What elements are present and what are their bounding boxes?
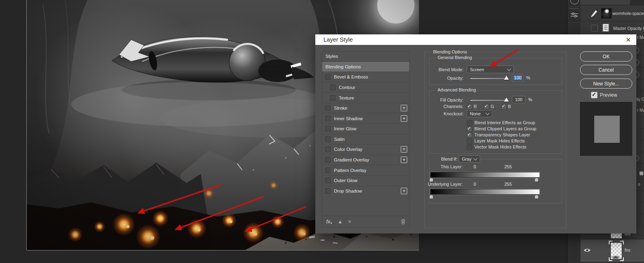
delete-effect-icon[interactable] — [400, 218, 406, 225]
dialog-titlebar[interactable]: Layer Style × — [315, 34, 636, 45]
style-item-styles[interactable]: Styles — [322, 51, 409, 62]
channel-g-checkbox[interactable] — [484, 104, 489, 110]
style-checkbox[interactable] — [325, 126, 331, 132]
layer-row-selected[interactable]: fire — [580, 240, 644, 262]
styles-list: Styles Blending Options Bevel & Emboss C… — [322, 51, 410, 227]
style-item-stroke[interactable]: Stroke + — [322, 103, 409, 114]
add-instance-icon[interactable]: + — [401, 157, 407, 163]
fill-opacity-slider[interactable] — [470, 100, 508, 101]
chevron-down-icon — [486, 111, 490, 115]
style-checkbox[interactable] — [330, 85, 336, 90]
styles-list-footer: fx ▾ ▲ ▼ — [322, 216, 409, 227]
opacity-unit: % — [526, 75, 530, 80]
style-item-drop-shadow[interactable]: Drop Shadow + — [322, 186, 409, 196]
underlying-layer-label: Underlying Layer: — [414, 182, 463, 187]
style-checkbox[interactable] — [325, 105, 331, 111]
preview-swatch — [580, 102, 632, 156]
document-icon — [602, 23, 609, 32]
layer-thumbnail[interactable] — [601, 8, 612, 19]
panel-grip[interactable] — [570, 8, 579, 9]
underlying-gradient-bar[interactable] — [430, 189, 540, 195]
brush-icon — [590, 8, 599, 17]
style-checkbox[interactable] — [325, 136, 331, 142]
channel-b-checkbox[interactable] — [501, 104, 507, 110]
layer-row[interactable]: wormhole-spaces — [580, 5, 644, 21]
style-item-inner-shadow[interactable]: Inner Shadow + — [322, 113, 409, 124]
add-instance-icon[interactable]: + — [401, 105, 407, 111]
layer-thumbnail-active[interactable] — [610, 242, 622, 259]
transparency-shapes-checkbox[interactable] — [467, 132, 472, 138]
eye-icon[interactable] — [584, 248, 591, 252]
style-checkbox[interactable] — [330, 95, 336, 101]
move-effect-up-icon[interactable]: ▲ — [338, 219, 342, 225]
ok-button[interactable]: OK — [580, 51, 632, 62]
fill-opacity-input[interactable]: 100 — [512, 96, 525, 103]
layer-name[interactable]: wormhole-spaces — [612, 11, 644, 16]
add-instance-icon[interactable]: + — [401, 115, 407, 122]
layer-name[interactable]: fire — [625, 248, 631, 252]
fill-opacity-unit: % — [528, 97, 532, 102]
blend-mode-label: Blend Mode: — [422, 67, 463, 72]
history-icon[interactable] — [570, 0, 579, 4]
clipped-layer-name: o — [638, 182, 640, 187]
style-checkbox[interactable] — [325, 157, 331, 163]
chevron-down-icon — [474, 157, 478, 161]
style-checkbox[interactable] — [325, 74, 331, 80]
style-item-inner-glow[interactable]: Inner Glow — [322, 124, 409, 134]
vector-mask-hides-checkbox[interactable] — [467, 144, 472, 150]
preview-label: Preview — [600, 92, 617, 98]
clipped-layer-name: r Ma — [637, 108, 644, 112]
dialog-title: Layer Style — [323, 36, 353, 43]
this-layer-label: This Layer: — [422, 164, 463, 169]
channel-b-label: B — [508, 104, 511, 109]
fill-opacity-slider-thumb[interactable] — [504, 98, 509, 102]
knockout-select[interactable]: None — [467, 110, 492, 117]
this-layer-min: 0 — [474, 164, 476, 169]
move-effect-down-icon[interactable]: ▼ — [347, 219, 352, 225]
style-checkbox[interactable] — [325, 168, 331, 173]
style-item-texture[interactable]: Texture — [322, 93, 409, 103]
style-item-gradient-overlay[interactable]: Gradient Overlay + — [322, 155, 409, 165]
layer-name[interactable]: Master Opacity C — [613, 26, 644, 31]
layer-row[interactable]: Master Opacity C — [580, 21, 644, 34]
section-label: Blending Options — [431, 49, 469, 54]
preview-checkbox[interactable] — [591, 92, 597, 98]
new-style-button[interactable]: New Style... — [580, 78, 632, 89]
layers-tab[interactable] — [580, 0, 630, 5]
style-item-contour[interactable]: Contour — [322, 83, 409, 93]
opacity-slider[interactable] — [470, 78, 508, 79]
channel-r-checkbox[interactable] — [467, 104, 472, 110]
style-item-pattern-overlay[interactable]: Pattern Overlay — [322, 165, 409, 176]
opacity-input[interactable]: 100 — [512, 74, 523, 81]
photoshop-workspace: wormhole-spaces Master Opacity C r Ma it… — [0, 0, 644, 263]
add-instance-icon[interactable]: + — [401, 188, 407, 194]
layer-mask-hides-checkbox[interactable] — [467, 138, 472, 144]
blend-if-select[interactable]: Gray — [459, 155, 480, 163]
style-item-satin[interactable]: Satin — [322, 134, 409, 145]
this-layer-max: 255 — [504, 164, 512, 169]
cancel-button[interactable]: Cancel — [580, 65, 632, 75]
style-checkbox[interactable] — [325, 188, 331, 194]
channel-r-label: R — [474, 104, 477, 109]
style-item-bevel-emboss[interactable]: Bevel & Emboss — [322, 72, 409, 83]
blend-clipped-checkbox[interactable] — [467, 126, 472, 132]
style-item-outer-glow[interactable]: Outer Glow — [322, 176, 409, 186]
style-checkbox[interactable] — [325, 116, 331, 121]
this-layer-gradient-bar[interactable] — [430, 172, 540, 178]
knockout-label: Knockout: — [422, 111, 463, 116]
add-instance-icon[interactable]: + — [401, 146, 407, 153]
blend-interior-checkbox[interactable] — [467, 120, 472, 126]
opacity-slider-thumb[interactable] — [504, 76, 509, 80]
opacity-label: Opacity: — [422, 76, 463, 81]
style-item-color-overlay[interactable]: Color Overlay + — [322, 144, 409, 155]
close-icon[interactable]: × — [626, 35, 631, 45]
properties-icon[interactable] — [571, 12, 578, 18]
panel-tab-strip — [580, 0, 644, 5]
layer-style-dialog: Layer Style × Styles Blending Options Be… — [315, 34, 636, 233]
blend-mode-select[interactable]: Screen — [467, 66, 514, 73]
style-checkbox[interactable] — [325, 146, 331, 152]
style-checkbox[interactable] — [325, 178, 331, 183]
style-item-blending-options[interactable]: Blending Options — [322, 62, 409, 72]
visibility-checkbox[interactable] — [591, 25, 598, 32]
fx-icon[interactable]: fx — [326, 218, 330, 225]
